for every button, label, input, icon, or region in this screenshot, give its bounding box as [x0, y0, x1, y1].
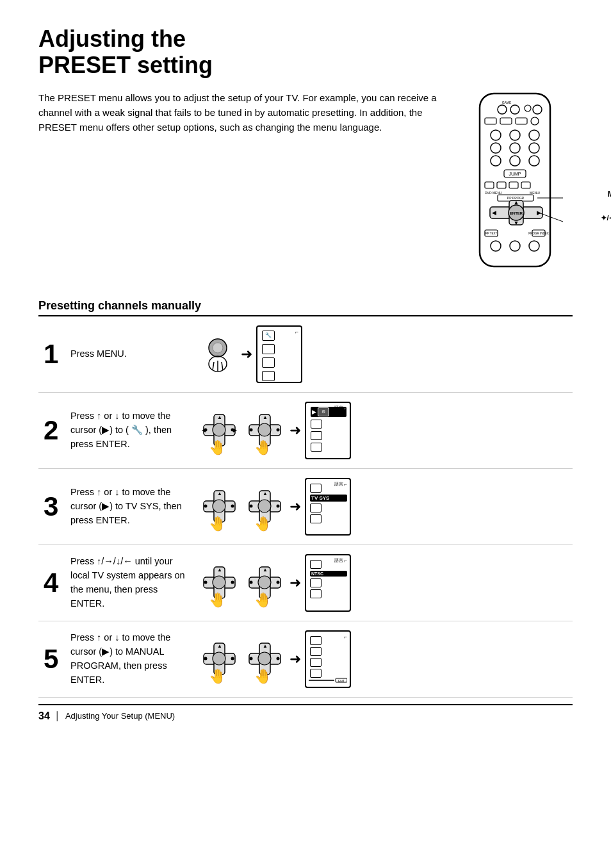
- svg-text:DVD MENU: DVD MENU: [485, 191, 502, 195]
- step-visuals-2: ◀ ▶ ▲ ▼ 🤚: [193, 392, 573, 468]
- svg-point-74: [231, 505, 234, 508]
- svg-point-73: [204, 505, 208, 508]
- intro-paragraph: The PRESET menu allows you to adjust the…: [38, 90, 441, 276]
- svg-point-9: [531, 117, 539, 125]
- remote-diagram: GAME JUMP DVD MENU: [460, 90, 573, 276]
- svg-rect-8: [516, 118, 527, 124]
- svg-rect-23: [509, 182, 518, 188]
- svg-point-94: [250, 581, 253, 584]
- section-title: Presetting channels manually: [38, 299, 573, 316]
- svg-point-5: [533, 105, 542, 114]
- step-row-2: 2 Press ↑ or ↓ to move the cursor (▶) to…: [38, 392, 573, 468]
- step-number-3: 3: [38, 468, 65, 545]
- svg-text:JUMP: JUMP: [509, 172, 521, 176]
- svg-rect-110: [309, 680, 334, 681]
- remote-svg: GAME JUMP DVD MENU: [460, 90, 573, 276]
- step-row-4: 4 Press ↑/→/↓/← until your local TV syst…: [38, 545, 573, 621]
- svg-point-11: [510, 130, 520, 140]
- svg-point-70: [213, 500, 225, 512]
- svg-text:ENT: ENT: [338, 679, 345, 683]
- svg-point-67: [277, 429, 280, 432]
- svg-text:GAME: GAME: [502, 101, 512, 104]
- svg-point-102: [231, 657, 234, 660]
- step-visuals-3: ▲ ▼ 🤚 ▲ ▼: [193, 468, 573, 545]
- svg-point-17: [510, 156, 520, 166]
- svg-point-60: [231, 429, 234, 432]
- svg-point-88: [231, 581, 234, 584]
- svg-point-41: [491, 241, 501, 251]
- svg-point-14: [510, 143, 520, 153]
- svg-point-81: [277, 505, 280, 508]
- svg-text:▲: ▲: [263, 643, 268, 649]
- step-text-2: Press ↑ or ↓ to move the cursor (▶) to (…: [65, 392, 193, 468]
- svg-point-3: [525, 105, 531, 111]
- step-number-1: 1: [38, 316, 65, 393]
- svg-point-42: [510, 241, 520, 251]
- footer-label: Adjusting Your Setup (MENU): [65, 711, 175, 721]
- svg-rect-6: [485, 118, 496, 124]
- svg-point-18: [529, 156, 539, 166]
- step-number-5: 5: [38, 621, 65, 697]
- page-number: 34: [38, 710, 50, 722]
- svg-text:ENTER: ENTER: [510, 211, 523, 215]
- step-number-2: 2: [38, 392, 65, 468]
- step-text-4: Press ↑/→/↓/← until your local TV system…: [65, 545, 193, 621]
- svg-point-77: [258, 500, 271, 512]
- svg-text:◀: ◀: [492, 209, 496, 216]
- svg-rect-22: [497, 182, 506, 188]
- svg-point-101: [204, 657, 208, 660]
- svg-line-51: [222, 362, 223, 370]
- svg-point-66: [250, 429, 253, 432]
- svg-text:MENU/: MENU/: [530, 191, 541, 195]
- svg-point-63: [258, 423, 271, 436]
- page-title: Adjusting the PRESET setting: [38, 26, 573, 79]
- steps-table: 1 Press MENU.: [38, 316, 573, 698]
- footer: 34 │ Adjusting Your Setup (MENU): [38, 704, 573, 722]
- svg-text:▲: ▲: [263, 491, 268, 496]
- svg-point-1: [498, 105, 507, 114]
- svg-point-95: [277, 581, 280, 584]
- svg-text:▲: ▲: [217, 643, 222, 649]
- svg-text:▲: ▲: [217, 567, 222, 573]
- svg-text:PROGR INDEX: PROGR INDEX: [528, 232, 549, 235]
- arrow-icon: ➜: [241, 346, 252, 363]
- step-visuals-5: ▲ ▼ 🤚 ▲ ▼: [193, 621, 573, 697]
- step-visuals-1: ➜ ⌐ 🔧: [193, 316, 573, 393]
- step-visuals-4: ▲ ▼ 🤚 ▲ ▼: [193, 545, 573, 621]
- svg-text:▲: ▲: [217, 491, 222, 496]
- svg-point-84: [213, 576, 225, 589]
- step-row-5: 5 Press ↑ or ↓ to move the cursor (▶) to…: [38, 621, 573, 697]
- svg-point-2: [510, 105, 519, 114]
- step-row-1: 1 Press MENU.: [38, 316, 573, 393]
- step-row-3: 3 Press ↑ or ↓ to move the cursor (▶) to…: [38, 468, 573, 545]
- svg-point-12: [529, 130, 539, 140]
- svg-point-43: [529, 241, 539, 251]
- svg-point-105: [258, 652, 271, 665]
- svg-point-15: [529, 143, 539, 153]
- svg-text:▲: ▲: [263, 414, 268, 420]
- svg-point-80: [250, 505, 253, 508]
- svg-point-108: [250, 657, 253, 660]
- footer-separator: │: [55, 711, 60, 721]
- svg-text:▲: ▲: [514, 199, 519, 206]
- enter-label: ✦/➜/✦/✦/ENTER: [601, 214, 611, 222]
- svg-rect-21: [485, 182, 494, 188]
- svg-text:▲: ▲: [217, 414, 222, 420]
- svg-point-47: [213, 343, 223, 353]
- svg-point-87: [204, 581, 208, 584]
- svg-rect-7: [500, 118, 512, 124]
- svg-text:▼: ▼: [514, 220, 519, 226]
- step-text-3: Press ↑ or ↓ to move the cursor (▶) to T…: [65, 468, 193, 545]
- svg-point-16: [491, 156, 501, 166]
- svg-point-109: [277, 657, 280, 660]
- step-text-5: Press ↑ or ↓ to move the cursor (▶) to M…: [65, 621, 193, 697]
- svg-point-54: [213, 423, 225, 436]
- svg-text:▲: ▲: [263, 567, 268, 573]
- svg-point-91: [258, 576, 271, 589]
- step-number-4: 4: [38, 545, 65, 621]
- menu-label: MENU: [608, 190, 611, 199]
- svg-rect-24: [521, 182, 530, 188]
- svg-text:PP TEXT: PP TEXT: [485, 232, 498, 235]
- svg-point-13: [491, 143, 501, 153]
- svg-point-98: [213, 652, 225, 665]
